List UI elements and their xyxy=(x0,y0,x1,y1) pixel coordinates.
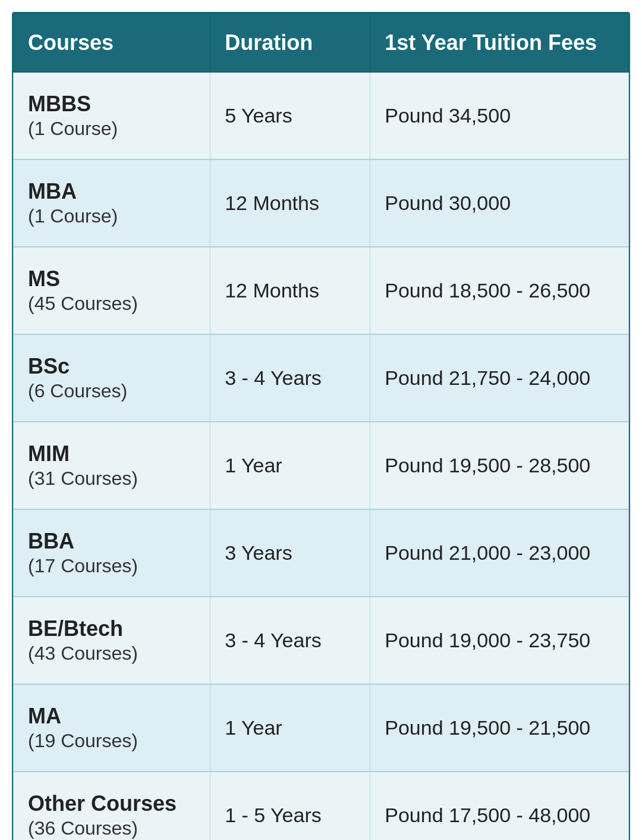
courses-table: Courses Duration 1st Year Tuition Fees M… xyxy=(12,12,630,840)
fees-cell: Pound 34,500 xyxy=(370,73,629,160)
course-count: (6 Courses) xyxy=(28,380,127,402)
course-name-cell: BSc(6 Courses) xyxy=(14,334,210,422)
duration-cell: 3 Years xyxy=(210,509,370,597)
duration-cell: 12 Months xyxy=(210,247,370,334)
course-name: MS xyxy=(28,267,196,292)
course-count: (31 Courses) xyxy=(28,468,138,489)
duration-cell: 12 Months xyxy=(210,159,370,247)
fees-cell: Pound 18,500 - 26,500 xyxy=(370,247,629,334)
course-name-cell: MA(19 Courses) xyxy=(14,684,210,772)
table-row: MBA(1 Course)12 MonthsPound 30,000 xyxy=(14,159,629,247)
course-count: (43 Courses) xyxy=(28,642,138,664)
course-name-cell: MBBS(1 Course) xyxy=(14,73,210,160)
course-count: (1 Course) xyxy=(28,205,118,227)
course-name-cell: Other Courses(36 Courses) xyxy=(14,772,210,840)
course-name: MIM xyxy=(28,441,196,466)
fees-cell: Pound 19,500 - 21,500 xyxy=(370,684,629,772)
fees-cell: Pound 21,750 - 24,000 xyxy=(370,334,629,422)
duration-cell: 1 Year xyxy=(210,684,370,772)
fees-cell: Pound 30,000 xyxy=(370,159,629,247)
header-courses: Courses xyxy=(14,14,210,73)
table-row: MA(19 Courses)1 YearPound 19,500 - 21,50… xyxy=(14,684,629,772)
course-name: MA xyxy=(28,704,196,729)
course-name-cell: BBA(17 Courses) xyxy=(14,509,210,597)
duration-cell: 3 - 4 Years xyxy=(210,597,370,684)
fees-cell: Pound 21,000 - 23,000 xyxy=(370,509,629,597)
table-row: BE/Btech(43 Courses)3 - 4 YearsPound 19,… xyxy=(14,597,629,684)
table-row: MIM(31 Courses)1 YearPound 19,500 - 28,5… xyxy=(14,422,629,509)
course-name: BE/Btech xyxy=(28,616,196,641)
duration-cell: 3 - 4 Years xyxy=(210,334,370,422)
duration-cell: 1 - 5 Years xyxy=(210,772,370,840)
table-row: BBA(17 Courses)3 YearsPound 21,000 - 23,… xyxy=(14,509,629,597)
table-row: BSc(6 Courses)3 - 4 YearsPound 21,750 - … xyxy=(14,334,629,422)
course-count: (17 Courses) xyxy=(28,555,138,576)
header-fees: 1st Year Tuition Fees xyxy=(370,14,629,73)
duration-cell: 5 Years xyxy=(210,73,370,160)
course-count: (45 Courses) xyxy=(28,293,138,314)
table-row: MBBS(1 Course)5 YearsPound 34,500 xyxy=(14,73,629,160)
fees-cell: Pound 19,000 - 23,750 xyxy=(370,597,629,684)
duration-cell: 1 Year xyxy=(210,422,370,509)
table-row: Other Courses(36 Courses)1 - 5 YearsPoun… xyxy=(14,772,629,840)
course-name: BSc xyxy=(28,354,196,379)
course-name: MBA xyxy=(28,179,196,204)
course-count: (36 Courses) xyxy=(28,817,138,839)
course-count: (1 Course) xyxy=(28,118,118,139)
fees-cell: Pound 19,500 - 28,500 xyxy=(370,422,629,509)
course-name: BBA xyxy=(28,529,196,554)
table-row: MS(45 Courses)12 MonthsPound 18,500 - 26… xyxy=(14,247,629,334)
course-count: (19 Courses) xyxy=(28,730,138,751)
header-duration: Duration xyxy=(210,14,370,73)
course-name-cell: MBA(1 Course) xyxy=(14,159,210,247)
table-header-row: Courses Duration 1st Year Tuition Fees xyxy=(14,14,629,73)
course-name-cell: MS(45 Courses) xyxy=(14,247,210,334)
fees-cell: Pound 17,500 - 48,000 xyxy=(370,772,629,840)
course-name-cell: MIM(31 Courses) xyxy=(14,422,210,509)
course-name: MBBS xyxy=(28,92,196,117)
course-name: Other Courses xyxy=(28,791,196,816)
course-name-cell: BE/Btech(43 Courses) xyxy=(14,597,210,684)
